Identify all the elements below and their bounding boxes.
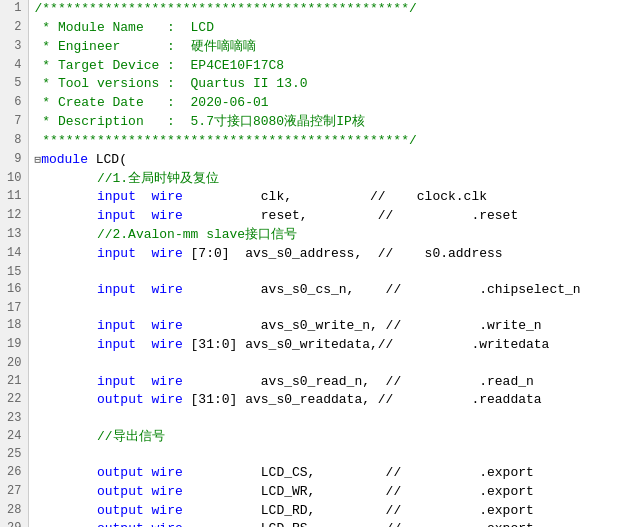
code-token: reset, // .reset [183, 208, 518, 223]
line-content: * Target Device : EP4CE10F17C8 [28, 57, 632, 76]
line-content: output wire LCD_RD, // .export [28, 502, 632, 521]
table-row: 23 [0, 410, 632, 427]
code-token: //导出信号 [35, 429, 165, 444]
table-row: 11 input wire clk, // clock.clk [0, 188, 632, 207]
table-row: 13 //2.Avalon-mm slave接口信号 [0, 226, 632, 245]
line-number: 3 [0, 38, 28, 57]
table-row: 24 //导出信号 [0, 428, 632, 447]
table-row: 6 * Create Date : 2020-06-01 [0, 94, 632, 113]
code-token: output [97, 484, 144, 499]
code-token: input [97, 337, 136, 352]
line-number: 1 [0, 0, 28, 19]
line-number: 15 [0, 264, 28, 281]
line-content: output wire [31:0] avs_s0_readdata, // .… [28, 391, 632, 410]
table-row: 18 input wire avs_s0_write_n, // .write_… [0, 317, 632, 336]
code-token: wire [152, 484, 183, 499]
code-token: [7:0] avs_s0_address, // s0.address [183, 246, 503, 261]
code-token [35, 521, 97, 527]
table-row: 17 [0, 300, 632, 317]
line-number: 18 [0, 317, 28, 336]
line-number: 12 [0, 207, 28, 226]
table-row: 4 * Target Device : EP4CE10F17C8 [0, 57, 632, 76]
code-token [35, 465, 97, 480]
code-token: input [97, 374, 136, 389]
code-token [136, 318, 152, 333]
table-row: 20 [0, 355, 632, 372]
code-token [35, 374, 97, 389]
line-content: input wire avs_s0_write_n, // .write_n [28, 317, 632, 336]
code-token: wire [152, 246, 183, 261]
line-content: input wire [31:0] avs_s0_writedata,// .w… [28, 336, 632, 355]
code-token: LCD_RS, // .export [183, 521, 534, 527]
line-number: 22 [0, 391, 28, 410]
code-token: wire [152, 282, 183, 297]
code-token: [31:0] avs_s0_writedata,// .writedata [183, 337, 550, 352]
code-token: LCD_WR, // .export [183, 484, 534, 499]
code-token: input [97, 318, 136, 333]
line-content: output wire LCD_RS, // .export [28, 520, 632, 527]
code-token: input [97, 208, 136, 223]
code-token: module [41, 152, 96, 167]
code-token [144, 465, 152, 480]
line-number: 26 [0, 464, 28, 483]
code-token [35, 484, 97, 499]
code-table: 1/**************************************… [0, 0, 632, 527]
code-token [35, 503, 97, 518]
line-number: 14 [0, 245, 28, 264]
line-content: /***************************************… [28, 0, 632, 19]
table-row: 10 //1.全局时钟及复位 [0, 170, 632, 189]
line-content: //1.全局时钟及复位 [28, 170, 632, 189]
line-number: 29 [0, 520, 28, 527]
line-content: input wire avs_s0_read_n, // .read_n [28, 373, 632, 392]
line-number: 6 [0, 94, 28, 113]
code-token: avs_s0_write_n, // .write_n [183, 318, 542, 333]
code-token: LCD_CS, // .export [183, 465, 534, 480]
code-token: /***************************************… [35, 1, 417, 16]
line-number: 23 [0, 410, 28, 427]
code-token: wire [152, 208, 183, 223]
code-token: ****************************************… [35, 133, 417, 148]
line-number: 16 [0, 281, 28, 300]
code-token [144, 503, 152, 518]
code-token [136, 337, 152, 352]
code-token: LCD_RD, // .export [183, 503, 534, 518]
table-row: 7 * Description : 5.7寸接口8080液晶控制IP核 [0, 113, 632, 132]
line-number: 9 [0, 151, 28, 170]
code-token [35, 246, 97, 261]
code-token [35, 318, 97, 333]
code-token: wire [152, 503, 183, 518]
line-number: 20 [0, 355, 28, 372]
line-content: input wire clk, // clock.clk [28, 188, 632, 207]
code-token: wire [152, 189, 183, 204]
code-token: wire [152, 465, 183, 480]
code-token: output [97, 521, 144, 527]
code-token: output [97, 503, 144, 518]
table-row: 14 input wire [7:0] avs_s0_address, // s… [0, 245, 632, 264]
line-content: output wire LCD_CS, // .export [28, 464, 632, 483]
table-row: 27 output wire LCD_WR, // .export [0, 483, 632, 502]
code-token [35, 337, 97, 352]
table-row: 28 output wire LCD_RD, // .export [0, 502, 632, 521]
line-number: 8 [0, 132, 28, 151]
code-token: clk, // clock.clk [183, 189, 487, 204]
code-token: wire [152, 521, 183, 527]
table-row: 29 output wire LCD_RS, // .export [0, 520, 632, 527]
line-content: * Module Name : LCD [28, 19, 632, 38]
table-row: 1/**************************************… [0, 0, 632, 19]
code-token: * Tool versions : Quartus II 13.0 [35, 76, 308, 91]
code-token: //1.全局时钟及复位 [35, 171, 220, 186]
code-token [35, 392, 97, 407]
code-token [35, 208, 97, 223]
code-token: input [97, 282, 136, 297]
table-row: 22 output wire [31:0] avs_s0_readdata, /… [0, 391, 632, 410]
line-number: 21 [0, 373, 28, 392]
code-token [144, 392, 152, 407]
line-content: * Create Date : 2020-06-01 [28, 94, 632, 113]
line-content: input wire reset, // .reset [28, 207, 632, 226]
line-number: 24 [0, 428, 28, 447]
code-token: output [97, 392, 144, 407]
table-row: 15 [0, 264, 632, 281]
code-token [136, 282, 152, 297]
table-row: 8 **************************************… [0, 132, 632, 151]
code-token: * Module Name : LCD [35, 20, 214, 35]
